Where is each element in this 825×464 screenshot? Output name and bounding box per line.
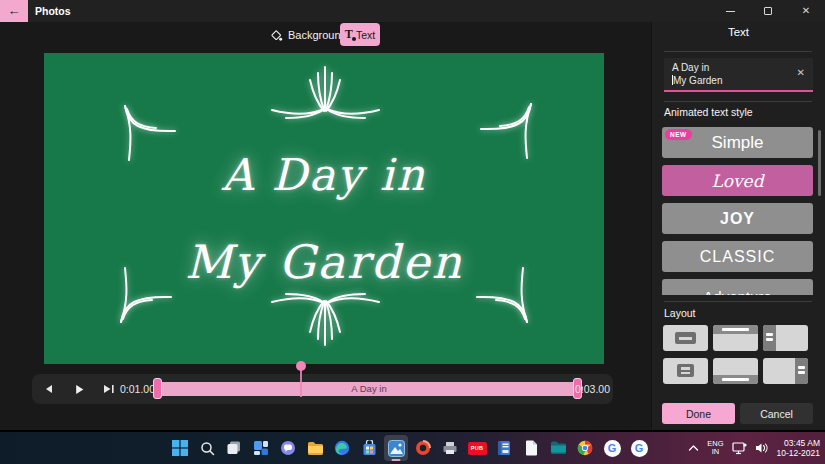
background-button[interactable]: Background (270, 25, 347, 45)
office-icon (415, 440, 431, 456)
back-button[interactable]: ← (0, 0, 28, 22)
layout-option-center-lines[interactable] (663, 358, 708, 384)
layout-option-top-bar[interactable] (713, 325, 758, 351)
plant-flourish-bottom (268, 289, 383, 351)
photos-app-icon (388, 440, 405, 457)
edge-button[interactable] (330, 435, 354, 461)
play-button[interactable] (68, 374, 90, 404)
paint-bucket-icon (270, 29, 283, 42)
layout-lines-icon (677, 364, 694, 377)
task-view-icon (226, 440, 242, 456)
language-indicator[interactable]: ENG IN (707, 440, 723, 457)
minimize-button[interactable] (711, 0, 749, 22)
playback-bar: 0:01.00 A Day in 0:03.00 (32, 374, 613, 404)
file-explorer-icon (307, 441, 324, 456)
chrome-button[interactable] (573, 435, 597, 461)
layout-option-right-bar[interactable] (763, 358, 808, 384)
divider (664, 101, 812, 102)
windows-start-icon (172, 440, 188, 456)
file-explorer-button[interactable] (303, 435, 327, 461)
layout-option-left-bar[interactable] (763, 325, 808, 351)
play-icon (74, 384, 85, 395)
task-view-button[interactable] (222, 435, 246, 461)
printer-app-button[interactable] (438, 435, 462, 461)
google-app-button[interactable]: G (600, 435, 624, 461)
close-button[interactable]: ✕ (787, 0, 825, 22)
document-app-button[interactable] (519, 435, 543, 461)
chrome-icon (577, 440, 593, 456)
style-option-partial[interactable]: Adventure (662, 279, 813, 295)
google-icon: G (631, 440, 648, 457)
canvas-text-line2: My Garden (44, 235, 604, 289)
maximize-button[interactable] (749, 0, 787, 22)
system-tray: ENG IN 03:45 AM 10-12-2021 (688, 432, 820, 464)
previous-frame-button[interactable] (38, 374, 60, 404)
tray-time: 03:45 AM (777, 438, 820, 448)
store-button[interactable] (357, 435, 381, 461)
widgets-button[interactable] (249, 435, 273, 461)
microsoft-store-icon (362, 440, 377, 456)
text-tool-icon: T (345, 27, 353, 42)
cancel-button[interactable]: Cancel (740, 403, 813, 424)
done-button[interactable]: Done (662, 403, 735, 424)
current-time: 0:01.00 (120, 374, 155, 404)
layout-right-icon (795, 358, 808, 384)
maximize-icon (764, 7, 772, 15)
pub-icon: PUB (468, 442, 487, 455)
search-icon (200, 441, 215, 456)
style-option-classic[interactable]: CLASSIC (662, 241, 813, 272)
office-button[interactable] (411, 435, 435, 461)
next-frame-button[interactable] (98, 374, 120, 404)
minimize-icon (726, 11, 735, 12)
plant-flourish-top (268, 61, 383, 123)
trim-handle-start[interactable] (153, 378, 162, 399)
playhead-line (300, 370, 302, 397)
panel-title: Text (652, 26, 825, 38)
background-button-label: Background (288, 29, 347, 41)
chat-icon (280, 440, 296, 456)
taskbar-icons: PUB (168, 432, 651, 464)
text-button[interactable]: T Text (340, 23, 380, 46)
text-input-line1: A Day in (672, 61, 793, 74)
layout-top-icon (713, 325, 758, 334)
volume-icon[interactable] (755, 442, 769, 454)
tray-chevron-up-icon[interactable] (688, 444, 699, 452)
google-app-button-2[interactable]: G (627, 435, 651, 461)
teal-folder-button[interactable] (546, 435, 570, 461)
next-frame-icon (103, 384, 115, 394)
layout-left-icon (763, 325, 776, 351)
layout-option-center-box[interactable] (663, 325, 708, 351)
window-controls: ✕ (711, 0, 825, 22)
end-time: 0:03.00 (575, 374, 610, 404)
chat-button[interactable] (276, 435, 300, 461)
network-icon[interactable] (732, 442, 747, 455)
photos-app-button[interactable] (384, 435, 408, 461)
search-button[interactable] (195, 435, 219, 461)
panel-scrollbar[interactable] (818, 130, 821, 196)
layout-center-icon (675, 332, 696, 344)
clock[interactable]: 03:45 AM 10-12-2021 (777, 438, 820, 458)
style-option-loved-selected[interactable]: Loved (662, 165, 813, 196)
clear-text-button[interactable]: ✕ (797, 67, 805, 78)
teal-folder-icon (550, 441, 567, 455)
taskbar: PUB (0, 432, 825, 464)
text-input-line2: My Garden (672, 74, 793, 87)
timeline-track[interactable]: A Day in (155, 382, 583, 396)
divider (664, 301, 812, 302)
text-editing-panel: Text A Day in My Garden ✕ Animated text … (651, 22, 825, 430)
new-badge: NEW (665, 129, 692, 140)
text-input[interactable]: A Day in My Garden (664, 58, 813, 92)
style-option-joy[interactable]: JOY (662, 203, 813, 234)
playhead-handle[interactable] (296, 361, 306, 371)
pub-app-button[interactable]: PUB (465, 435, 489, 461)
layout-option-bottom-bar[interactable] (713, 358, 758, 384)
tray-date: 10-12-2021 (777, 448, 820, 458)
text-button-label: Text (356, 29, 375, 41)
notebook-app-button[interactable] (492, 435, 516, 461)
widgets-icon (253, 440, 269, 456)
canvas-text-line1: A Day in (44, 149, 604, 200)
layout-heading: Layout (664, 307, 696, 319)
start-button[interactable] (168, 435, 192, 461)
photos-app-window: ← Photos ✕ Background T Text (0, 0, 825, 430)
video-preview-canvas[interactable]: A Day in My Garden (44, 53, 604, 364)
